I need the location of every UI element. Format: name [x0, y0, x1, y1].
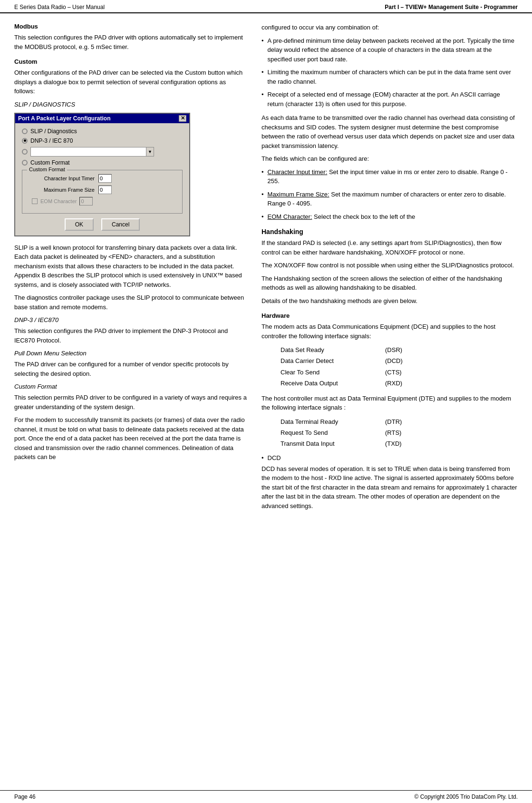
- dialog-titlebar: Port A Packet Layer Configuration ✕: [15, 114, 189, 123]
- eom-char-term: EOM Character:: [268, 213, 312, 220]
- slip-para1: SLIP is a well known protocol for transf…: [14, 243, 247, 290]
- dce-signal-1-name: Data Set Ready: [281, 344, 357, 355]
- custom-format-heading: Custom Format: [14, 383, 247, 390]
- radio-row-custom: Custom Format: [22, 159, 183, 166]
- bullets-list: A pre-defined minimum time delay between…: [261, 36, 518, 109]
- char-input-timer-term: Character Input timer:: [268, 168, 328, 176]
- hardware-para1: The modem acts as Data Communications Eq…: [261, 322, 518, 341]
- dialog-body: SLIP / Diagnostics DNP-3 / IEC 870 ▼: [15, 123, 189, 235]
- config-bullet-3: EOM Character: Select the check box to t…: [261, 212, 518, 222]
- right-intro: configured to occur via any combination …: [261, 23, 518, 32]
- dte-signals-table: Data Terminal Ready (DTR) Request To Sen…: [281, 416, 518, 450]
- max-frame-size-field[interactable]: [98, 186, 112, 194]
- dcd-para: DCD has several modes of operation. It i…: [261, 464, 518, 511]
- handshaking-para2: The XON/XOFF flow control is not possibl…: [261, 261, 518, 270]
- eom-char-label: EOM Character: [40, 198, 77, 204]
- dte-signal-2-code: (RTS): [385, 427, 414, 438]
- header: E Series Data Radio – User Manual Part I…: [0, 0, 532, 13]
- dce-signal-1-code: (DSR): [385, 344, 414, 355]
- pulldown-para: The PAD driver can be configured for a n…: [14, 360, 247, 378]
- dialog-title: Port A Packet Layer Configuration: [18, 115, 110, 122]
- pulldown-heading: Pull Down Menu Selection: [14, 350, 247, 357]
- right-para2: The fields which can be configured are:: [261, 154, 518, 164]
- bullet-3: Receipt of a selected end of message (EO…: [261, 90, 518, 108]
- hardware-heading: Hardware: [261, 312, 518, 319]
- radio-dnp3-label: DNP-3 / IEC 870: [30, 137, 73, 144]
- custom-para: Other configurations of the PAD driver c…: [14, 68, 247, 96]
- cancel-button[interactable]: Cancel: [101, 218, 140, 231]
- radio-slip-label: SLIP / Diagnostics: [30, 128, 77, 135]
- char-input-timer-label: Character Input Timer: [28, 176, 95, 181]
- radio-slip[interactable]: [22, 128, 28, 134]
- dce-signal-3-name: Clear To Send: [281, 367, 357, 378]
- dte-signal-3-code: (TXD): [385, 438, 414, 449]
- eom-char-row: EOM Character: [32, 197, 176, 206]
- dce-signals-table: Data Set Ready (DSR) Data Carrier Detect…: [281, 344, 518, 389]
- footer-left: Page 46: [14, 793, 36, 800]
- dce-signal-1: Data Set Ready (DSR): [281, 344, 518, 355]
- packet-layer-dialog: Port A Packet Layer Configuration ✕ SLIP…: [14, 113, 190, 236]
- modbus-heading: Modbus: [14, 23, 247, 30]
- eom-char-field: [79, 197, 93, 206]
- dce-signal-2: Data Carrier Detect (DCD): [281, 355, 518, 366]
- dcd-bullet-row: DCD: [261, 454, 518, 461]
- radio-custom-label: Custom Format: [30, 159, 70, 166]
- max-frame-size-row: Maximum Frame Size: [28, 186, 176, 194]
- dte-signal-1: Data Terminal Ready (DTR): [281, 416, 518, 427]
- modbus-para: This selection configures the PAD driver…: [14, 33, 247, 51]
- dialog-buttons: OK Cancel: [22, 218, 183, 231]
- page-wrapper: E Series Data Radio – User Manual Part I…: [0, 0, 532, 803]
- combo-arrow-icon[interactable]: ▼: [146, 147, 154, 156]
- dcd-bullet-label: DCD: [268, 454, 281, 461]
- custom-format-para1: This selection permits PAD driver to be …: [14, 393, 247, 411]
- custom-format-para2: For the modem to successfully transmit i…: [14, 415, 247, 462]
- combo-row: ▼: [22, 147, 183, 157]
- radio-custom[interactable]: [22, 160, 28, 166]
- handshaking-para4: Details of the two handshaking methods a…: [261, 296, 518, 306]
- char-input-timer-row: Character Input Timer: [28, 174, 176, 183]
- handshaking-heading: Handshaking: [261, 228, 518, 235]
- hardware-para2: The host controller must act as Data Ter…: [261, 394, 518, 412]
- handshaking-para1: If the standard PAD is selected (i.e. an…: [261, 238, 518, 257]
- max-frame-size-label: Maximum Frame Size: [28, 187, 95, 193]
- config-bullet-1: Character Input timer: Set the input tim…: [261, 167, 518, 186]
- radio-dnp3[interactable]: [22, 138, 28, 144]
- radio-combo[interactable]: [22, 149, 28, 155]
- right-column: configured to occur via any combination …: [261, 23, 518, 514]
- config-bullet-2: Maximum Frame Size: Set the maximum numb…: [261, 190, 518, 208]
- dte-signal-2: Request To Send (RTS): [281, 427, 518, 438]
- left-column: Modbus This selection configures the PAD…: [14, 23, 247, 514]
- custom-format-groupbox: Custom Format Character Input Timer Maxi…: [22, 170, 183, 214]
- dce-signal-3: Clear To Send (CTS): [281, 367, 518, 378]
- dialog-close-button[interactable]: ✕: [179, 115, 186, 122]
- header-right: Part I – TVIEW+ Management Suite - Progr…: [385, 4, 518, 10]
- custom-format-legend: Custom Format: [27, 166, 67, 172]
- radio-row-slip: SLIP / Diagnostics: [22, 128, 183, 135]
- dce-signal-4: Receive Data Output (RXD): [281, 378, 518, 389]
- radio-row-dnp3: DNP-3 / IEC 870: [22, 137, 183, 144]
- slip-diagnostics-heading: SLIP / DIAGNOSTICS: [14, 101, 247, 108]
- config-bullets-list: Character Input timer: Set the input tim…: [261, 167, 518, 222]
- dte-signal-2-name: Request To Send: [281, 427, 357, 438]
- char-input-timer-field[interactable]: [98, 174, 112, 183]
- dce-signal-3-code: (CTS): [385, 367, 414, 378]
- right-para1: As each data frame to be transmitted ove…: [261, 113, 518, 150]
- bullet-2: Limiting the maximum number of character…: [261, 68, 518, 86]
- custom-heading: Custom: [14, 58, 247, 65]
- slip-para2: The diagnostics controller package uses …: [14, 293, 247, 312]
- eom-checkbox[interactable]: [32, 198, 38, 204]
- dte-signal-1-name: Data Terminal Ready: [281, 416, 357, 427]
- dce-signal-2-name: Data Carrier Detect: [281, 355, 357, 366]
- protocol-combo[interactable]: ▼: [30, 147, 154, 157]
- dte-signal-1-code: (DTR): [385, 416, 414, 427]
- bullet-1: A pre-defined minimum time delay between…: [261, 36, 518, 64]
- dce-signal-2-code: (DCD): [385, 355, 414, 366]
- eom-char-desc: Select the check box to the left of the: [314, 213, 415, 220]
- ok-button[interactable]: OK: [65, 218, 94, 231]
- dce-signal-4-name: Receive Data Output: [281, 378, 357, 389]
- footer: Page 46 © Copyright 2005 Trio DataCom Pt…: [0, 790, 532, 803]
- max-frame-size-term: Maximum Frame Size:: [268, 191, 329, 198]
- footer-right: © Copyright 2005 Trio DataCom Pty. Ltd.: [415, 793, 518, 800]
- dte-signal-3-name: Transmit Data Input: [281, 438, 357, 449]
- main-content: Modbus This selection configures the PAD…: [0, 13, 532, 533]
